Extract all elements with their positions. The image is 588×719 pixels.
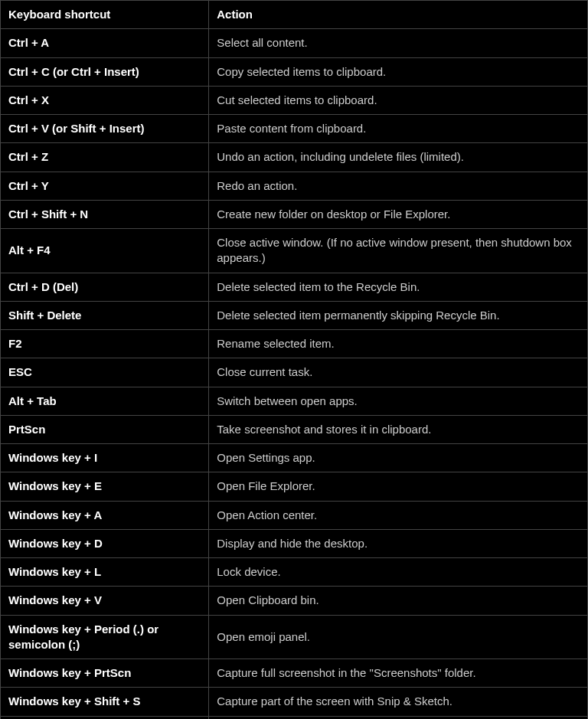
action-cell: Open Clipboard bin. — [209, 587, 588, 615]
action-cell: Snap app or window left. — [209, 716, 588, 719]
shortcut-cell: PrtScn — [1, 415, 209, 443]
shortcut-cell: Windows key + Period (.) or semicolon (;… — [1, 615, 209, 659]
shortcut-cell: Windows key + A — [1, 501, 209, 529]
table-row: Windows key + LLock device. — [1, 558, 588, 587]
action-cell: Display and hide the desktop. — [209, 529, 588, 557]
shortcut-cell: Ctrl + Y — [1, 172, 209, 200]
shortcut-cell: Windows key + V — [1, 587, 209, 615]
table-row: Ctrl + D (Del)Delete selected item to th… — [1, 273, 588, 301]
action-cell: Capture part of the screen with Snip & S… — [209, 688, 588, 716]
table-row: ESCClose current task. — [1, 358, 588, 387]
table-row: Ctrl + XCut selected items to clipboard. — [1, 86, 588, 114]
table-row: F2Rename selected item. — [1, 330, 588, 358]
table-row: Shift + DeleteDelete selected item perma… — [1, 301, 588, 329]
table-row: Alt + F4Close active window. (If no acti… — [1, 229, 588, 273]
action-cell: Select all content. — [209, 29, 588, 57]
action-cell: Close current task. — [209, 358, 588, 387]
table-row: Windows key + PrtScnCapture full screens… — [1, 659, 588, 688]
table-row: Windows key + EOpen File Explorer. — [1, 472, 588, 501]
shortcut-cell: Alt + Tab — [1, 387, 209, 415]
table-row: Ctrl + ASelect all content. — [1, 29, 588, 57]
table-row: Windows key + DDisplay and hide the desk… — [1, 529, 588, 557]
action-cell: Take screenshot and stores it in clipboa… — [209, 415, 588, 443]
shortcut-cell: Alt + F4 — [1, 229, 209, 273]
action-cell: Lock device. — [209, 558, 588, 587]
action-cell: Close active window. (If no active windo… — [209, 229, 588, 273]
shortcut-cell: Windows key + L — [1, 558, 209, 587]
table-row: Ctrl + YRedo an action. — [1, 172, 588, 200]
action-cell: Open emoji panel. — [209, 615, 588, 659]
header-shortcut: Keyboard shortcut — [1, 1, 209, 29]
table-row: PrtScnTake screenshot and stores it in c… — [1, 415, 588, 443]
table-row: Windows key + Shift + SCapture part of t… — [1, 688, 588, 716]
table-row: Alt + TabSwitch between open apps. — [1, 387, 588, 415]
action-cell: Open Action center. — [209, 501, 588, 529]
shortcut-cell: Windows key + D — [1, 529, 209, 557]
table-row: Windows key + Period (.) or semicolon (;… — [1, 615, 588, 659]
shortcut-cell: Ctrl + Shift + N — [1, 200, 209, 228]
shortcut-cell: F2 — [1, 330, 209, 358]
action-cell: Open Settings app. — [209, 444, 588, 472]
shortcut-cell: Ctrl + A — [1, 29, 209, 57]
action-cell: Switch between open apps. — [209, 387, 588, 415]
shortcut-cell: Ctrl + V (or Shift + Insert) — [1, 115, 209, 143]
action-cell: Rename selected item. — [209, 330, 588, 358]
shortcut-cell: Ctrl + C (or Ctrl + Insert) — [1, 57, 209, 86]
action-cell: Capture full screenshot in the "Screensh… — [209, 659, 588, 688]
action-cell: Redo an action. — [209, 172, 588, 200]
shortcut-cell: ESC — [1, 358, 209, 387]
shortcut-cell: Windows key + E — [1, 472, 209, 501]
shortcut-cell: Windows key + Left arrow key — [1, 716, 209, 719]
shortcuts-table: Keyboard shortcut Action Ctrl + ASelect … — [0, 0, 588, 719]
header-action: Action — [209, 1, 588, 29]
shortcut-cell: Ctrl + X — [1, 86, 209, 114]
action-cell: Create new folder on desktop or File Exp… — [209, 200, 588, 228]
action-cell: Cut selected items to clipboard. — [209, 86, 588, 114]
table-header-row: Keyboard shortcut Action — [1, 1, 588, 29]
action-cell: Open File Explorer. — [209, 472, 588, 501]
shortcut-cell: Ctrl + D (Del) — [1, 273, 209, 301]
shortcut-cell: Windows key + Shift + S — [1, 688, 209, 716]
table-row: Ctrl + ZUndo an action, including undele… — [1, 143, 588, 172]
action-cell: Copy selected items to clipboard. — [209, 57, 588, 86]
action-cell: Paste content from clipboard. — [209, 115, 588, 143]
table-row: Ctrl + C (or Ctrl + Insert)Copy selected… — [1, 57, 588, 86]
action-cell: Undo an action, including undelete files… — [209, 143, 588, 172]
table-row: Windows key + VOpen Clipboard bin. — [1, 587, 588, 615]
shortcut-cell: Windows key + I — [1, 444, 209, 472]
action-cell: Delete selected item permanently skippin… — [209, 301, 588, 329]
table-row: Windows key + IOpen Settings app. — [1, 444, 588, 472]
table-row: Windows key + Left arrow keySnap app or … — [1, 716, 588, 719]
table-row: Windows key + AOpen Action center. — [1, 501, 588, 529]
table-row: Ctrl + V (or Shift + Insert)Paste conten… — [1, 115, 588, 143]
table-row: Ctrl + Shift + NCreate new folder on des… — [1, 200, 588, 228]
action-cell: Delete selected item to the Recycle Bin. — [209, 273, 588, 301]
shortcut-cell: Windows key + PrtScn — [1, 659, 209, 688]
shortcut-cell: Shift + Delete — [1, 301, 209, 329]
shortcut-cell: Ctrl + Z — [1, 143, 209, 172]
